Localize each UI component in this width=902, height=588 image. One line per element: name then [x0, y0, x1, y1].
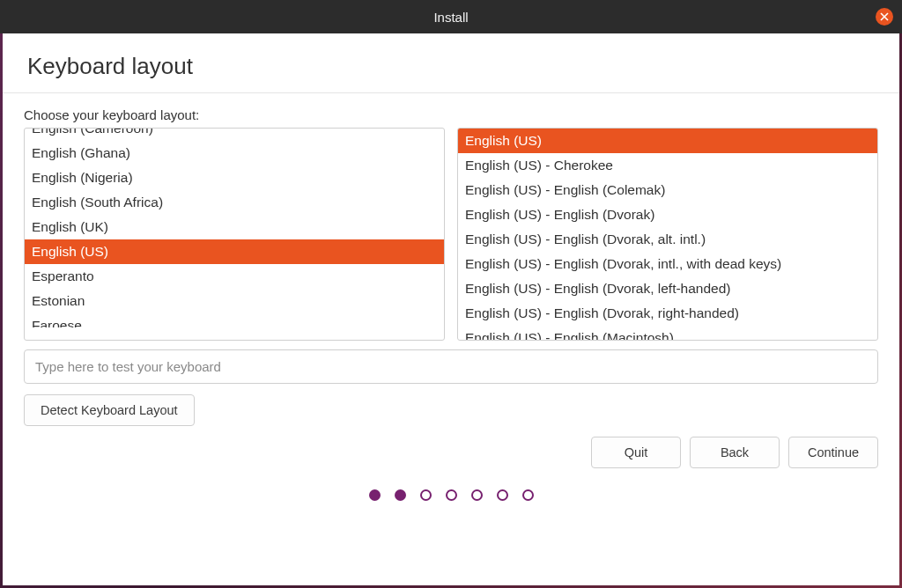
keyboard-test-input[interactable]	[24, 349, 878, 384]
progress-dot	[471, 489, 483, 501]
progress-dot	[497, 489, 508, 501]
header: Keyboard layout	[3, 33, 899, 93]
window-body: Keyboard layout Choose your keyboard lay…	[3, 33, 899, 585]
layout-item[interactable]: Esperanto	[25, 264, 444, 289]
quit-button[interactable]: Quit	[591, 437, 681, 468]
continue-button[interactable]: Continue	[788, 437, 878, 468]
layout-item[interactable]: English (South Africa)	[25, 190, 444, 215]
progress-dot	[522, 489, 534, 501]
detect-keyboard-button[interactable]: Detect Keyboard Layout	[24, 394, 195, 426]
variant-item[interactable]: English (US) - English (Macintosh)	[458, 326, 877, 340]
variant-item[interactable]: English (US) - English (Dvorak, left-han…	[458, 276, 877, 301]
variant-item[interactable]: English (US) - English (Colemak)	[458, 178, 877, 202]
layout-listbox[interactable]: English (Cameroon)English (Ghana)English…	[24, 128, 445, 341]
layout-item[interactable]: English (Nigeria)	[25, 165, 444, 190]
variant-item[interactable]: English (US) - English (Dvorak)	[458, 202, 877, 227]
layout-item[interactable]: English (US)	[25, 239, 444, 264]
variant-item[interactable]: English (US) - English (Dvorak, alt. int…	[458, 227, 877, 252]
back-button[interactable]: Back	[690, 437, 780, 468]
layout-item[interactable]: Estonian	[25, 289, 444, 313]
choose-label: Choose your keyboard layout:	[24, 107, 878, 122]
progress-dot	[395, 489, 406, 501]
window-title: Install	[433, 10, 468, 25]
variant-listbox[interactable]: English (US)English (US) - CherokeeEngli…	[457, 128, 878, 341]
close-button[interactable]	[876, 8, 893, 26]
content: Choose your keyboard layout: English (Ca…	[3, 93, 899, 585]
layout-item[interactable]: English (Cameroon)	[25, 128, 444, 141]
progress-dot	[369, 489, 381, 501]
progress-dot	[446, 489, 457, 501]
progress-dot	[420, 489, 432, 501]
close-icon	[880, 12, 889, 21]
variant-item[interactable]: English (US)	[458, 129, 877, 153]
page-title: Keyboard layout	[27, 53, 875, 80]
layout-lists: English (Cameroon)English (Ghana)English…	[24, 128, 878, 341]
layout-item[interactable]: Faroese	[25, 313, 444, 327]
titlebar: Install	[0, 0, 902, 33]
variant-item[interactable]: English (US) - English (Dvorak, right-ha…	[458, 301, 877, 326]
layout-item[interactable]: English (UK)	[25, 215, 444, 239]
progress-indicator	[24, 474, 878, 520]
variant-item[interactable]: English (US) - English (Dvorak, intl., w…	[458, 252, 877, 276]
layout-item[interactable]: English (Ghana)	[25, 141, 444, 165]
variant-item[interactable]: English (US) - Cherokee	[458, 153, 877, 178]
nav-buttons: Quit Back Continue	[24, 433, 878, 474]
